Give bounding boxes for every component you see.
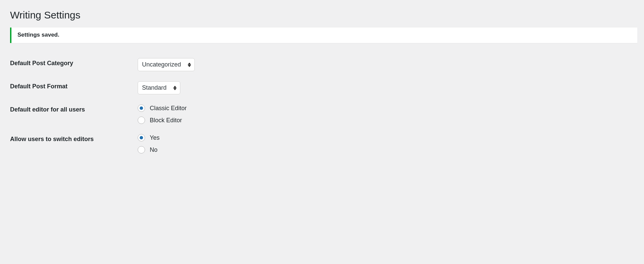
radio-allow-switch-no[interactable]: No — [138, 146, 641, 153]
settings-form-table: Default Post Category Uncategorized Defa… — [10, 53, 641, 159]
select-value: Standard — [142, 84, 167, 91]
radio-indicator-icon — [138, 146, 145, 153]
default-post-category-select[interactable]: Uncategorized — [138, 58, 195, 71]
page-title: Writing Settings — [10, 9, 637, 21]
radio-indicator-icon — [138, 117, 145, 124]
default-editor-radio-group: Classic Editor Block Editor — [138, 104, 641, 124]
select-caret-icon — [173, 86, 177, 90]
radio-block-editor[interactable]: Block Editor — [138, 117, 641, 124]
select-value: Uncategorized — [142, 61, 181, 68]
radio-label: Classic Editor — [150, 105, 187, 112]
default-editor-label: Default editor for all users — [10, 99, 138, 129]
radio-allow-switch-yes[interactable]: Yes — [138, 134, 641, 141]
radio-label: No — [150, 146, 157, 153]
default-post-format-select[interactable]: Standard — [138, 81, 180, 94]
allow-switch-radio-group: Yes No — [138, 134, 641, 153]
radio-classic-editor[interactable]: Classic Editor — [138, 104, 641, 112]
radio-indicator-icon — [138, 104, 145, 112]
default-post-format-label: Default Post Format — [10, 76, 138, 99]
radio-label: Yes — [150, 134, 159, 141]
default-post-category-label: Default Post Category — [10, 53, 138, 76]
select-caret-icon — [188, 62, 191, 67]
settings-saved-notice: Settings saved. — [10, 28, 637, 43]
radio-label: Block Editor — [150, 117, 182, 124]
radio-indicator-icon — [138, 134, 145, 141]
notice-text: Settings saved. — [17, 32, 59, 38]
allow-switch-editors-label: Allow users to switch editors — [10, 129, 138, 159]
